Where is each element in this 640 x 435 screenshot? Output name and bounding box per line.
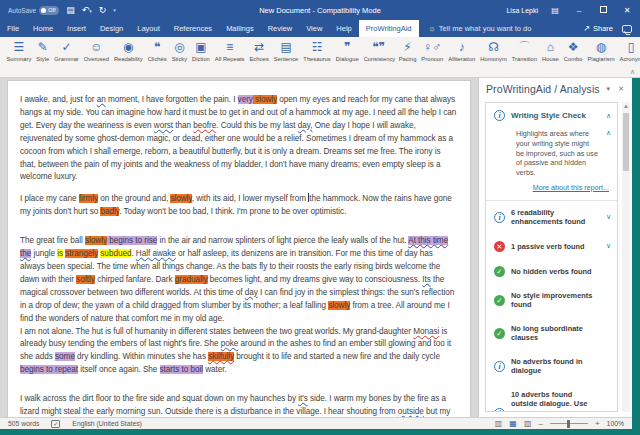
user-name[interactable]: Lisa Lepki <box>506 7 538 14</box>
panel-menu-icon[interactable]: ▾ <box>607 85 611 93</box>
grammar-button[interactable]: ✓Grammar <box>52 40 81 73</box>
tab-insert[interactable]: Insert <box>60 20 93 37</box>
flagged-text[interactable]: Its <box>422 275 431 284</box>
highlighted-text[interactable]: starts to boil <box>160 365 203 374</box>
analysis-result-row[interactable]: ✓No hidden verbs found <box>486 259 617 284</box>
proofing-status-icon[interactable]: ✓ <box>51 420 60 428</box>
panel-scrollbar[interactable]: ▲ <box>622 102 630 412</box>
collapse-ribbon-icon[interactable]: ∧ <box>630 68 635 76</box>
tab-design[interactable]: Design <box>93 20 130 37</box>
print-layout-icon[interactable]: ▦ <box>509 419 517 428</box>
transition-button[interactable]: ⌒Transition <box>509 40 539 73</box>
style-button[interactable]: ✎Style <box>34 40 52 73</box>
highlighted-text[interactable]: slowly <box>328 301 350 310</box>
sentence-button[interactable]: ▤Sentence <box>271 40 301 73</box>
scrollbar-thumb[interactable] <box>623 113 629 171</box>
document-page[interactable]: I awake, and, just for an moment, I have… <box>8 81 470 417</box>
read-mode-icon[interactable]: ▥ <box>495 419 503 428</box>
word-count[interactable]: 505 words <box>8 420 39 427</box>
flagged-text[interactable]: worst <box>154 121 173 130</box>
alliteration-button[interactable]: ♪Alliteration <box>446 40 478 73</box>
acronym-button[interactable]: ▯Acronym <box>617 40 640 73</box>
dialogue-button[interactable]: ❞Dialogue <box>333 40 361 73</box>
pronoun-button[interactable]: ♀♂Pronoun <box>419 40 446 73</box>
highlighted-text[interactable]: begins to repeat <box>20 365 78 374</box>
more-about-report-link[interactable]: More about this report... <box>486 178 617 200</box>
tab-prowritingaid[interactable]: ProWritingAid <box>359 20 419 37</box>
zoom-slider[interactable] <box>550 423 588 424</box>
tab-home[interactable]: Home <box>26 20 60 37</box>
scroll-up-icon[interactable]: ▲ <box>622 102 630 111</box>
readability-button[interactable]: ◉Readability <box>111 40 145 73</box>
highlighted-text[interactable]: some <box>55 352 75 361</box>
tab-layout[interactable]: Layout <box>130 20 167 37</box>
flagged-text[interactable]: day <box>245 288 258 297</box>
autosave-toggle[interactable]: AutoSave Off <box>8 6 59 15</box>
cliches-button[interactable]: ❝Clichés <box>145 40 169 73</box>
flagged-text[interactable]: it's <box>298 394 308 403</box>
consistency-button[interactable]: ❝❞Consistency <box>361 40 396 73</box>
chevron-down-icon[interactable]: ∨ <box>603 242 611 250</box>
analysis-result-row[interactable]: ✓No style improvements found <box>486 284 617 317</box>
qat-customize-icon[interactable]: ▾ <box>113 7 116 13</box>
highlighted-text[interactable]: slowly <box>253 95 277 104</box>
zoom-out-button[interactable]: – <box>538 419 542 428</box>
chevron-up-icon[interactable]: ∧ <box>603 129 611 178</box>
sticky-button[interactable]: ◎Sticky <box>169 40 189 73</box>
undo-icon[interactable]: ↶▾ <box>82 5 92 16</box>
language-status[interactable]: English (United States) <box>72 420 142 427</box>
flagged-text[interactable]: poke <box>221 339 239 348</box>
highlighted-text[interactable]: very <box>238 95 253 104</box>
highlighted-text[interactable]: slowly <box>85 236 107 245</box>
tab-mailings[interactable]: Mailings <box>219 20 261 37</box>
comments-icon[interactable] <box>622 25 632 33</box>
flagged-text[interactable]: Monasi <box>413 327 439 336</box>
tab-view[interactable]: View <box>299 20 329 37</box>
homonym-button[interactable]: ☊Homonym <box>478 40 509 73</box>
highlighted-text[interactable]: softly <box>76 275 95 284</box>
chevron-up-icon[interactable]: ∧ <box>603 112 611 120</box>
summary-button[interactable]: ☰Summary <box>4 40 34 73</box>
analysis-result-row[interactable]: ✕1 passive verb found∨ <box>486 234 617 259</box>
web-layout-icon[interactable]: ▧ <box>524 419 532 428</box>
tab-references[interactable]: References <box>167 20 219 37</box>
tell-me-box[interactable]: ☼ Tell me what you want to do <box>419 20 532 37</box>
house-button[interactable]: ⌂House <box>540 40 562 73</box>
highlighted-text[interactable]: subdued <box>100 249 131 258</box>
zoom-level[interactable]: 100% <box>607 420 624 427</box>
combo-button[interactable]: ❖Combo <box>561 40 585 73</box>
highlighted-text[interactable]: firmly <box>79 194 98 203</box>
maximize-button[interactable] <box>596 6 610 15</box>
tab-review[interactable]: Review <box>261 20 300 37</box>
chevron-down-icon[interactable]: ∨ <box>603 213 611 221</box>
zoom-slider-thumb[interactable] <box>567 420 570 428</box>
highlighted-text[interactable]: gradually <box>175 275 208 284</box>
all-repeats-button[interactable]: ≡All Repeats <box>212 40 247 73</box>
highlighted-text[interactable]: slowly <box>170 194 191 203</box>
tab-file[interactable]: File <box>0 20 26 37</box>
highlighted-text[interactable]: begins to rise <box>107 236 157 245</box>
close-button[interactable]: ✕ <box>620 6 634 15</box>
flagged-text[interactable]: day, <box>298 121 313 130</box>
highlighted-text[interactable]: strangely <box>65 249 98 258</box>
flagged-text[interactable]: outside <box>398 407 424 416</box>
ribbon-display-options-icon[interactable]: ▤ <box>548 6 562 15</box>
analysis-result-row[interactable]: i6 readability enhancements found∨ <box>486 201 617 234</box>
report-header-row[interactable]: iWriting Style Check∧ <box>486 103 617 128</box>
zoom-in-button[interactable]: + <box>595 419 600 428</box>
diction-button[interactable]: ▣Diction <box>190 40 213 73</box>
chevron-down-icon[interactable]: ∨ <box>603 410 611 412</box>
analysis-result-row[interactable]: iNo adverbs found in dialogue <box>486 350 617 383</box>
analysis-result-row[interactable]: ✓No long subordinate clauses <box>486 317 617 350</box>
pacing-button[interactable]: ⚡Pacing <box>396 40 419 73</box>
flagged-text[interactable]: beofre <box>193 121 216 130</box>
highlighted-text[interactable]: is <box>57 249 63 258</box>
highlighted-text[interactable]: badly <box>100 207 119 216</box>
save-icon[interactable]: ▤ <box>66 5 75 15</box>
undo-dropdown-icon[interactable]: ▾ <box>89 8 92 14</box>
redo-icon[interactable]: ↻ <box>99 5 107 15</box>
analysis-result-row[interactable]: i10 adverbs found outside dialogue. Use … <box>486 383 617 412</box>
plagiarism-button[interactable]: ◍Plagiarism <box>585 40 617 73</box>
echoes-button[interactable]: ⇄Echoes <box>247 40 271 73</box>
overused-button[interactable]: ☺Overused <box>81 40 111 73</box>
